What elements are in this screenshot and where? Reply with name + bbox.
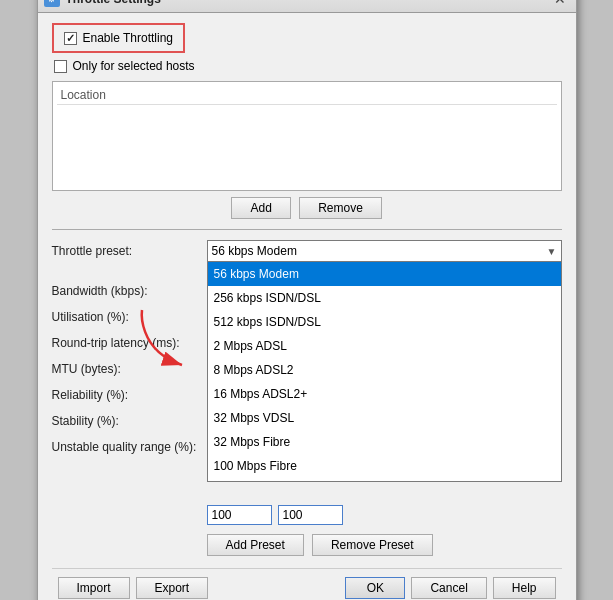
add-preset-button[interactable]: Add Preset xyxy=(207,534,304,556)
divider xyxy=(52,229,562,230)
dropdown-item-3[interactable]: 2 Mbps ADSL xyxy=(208,334,561,358)
only-selected-row: Only for selected hosts xyxy=(54,59,562,73)
location-column-header: Location xyxy=(57,86,557,105)
ok-cancel-help-buttons: OK Cancel Help xyxy=(345,577,555,599)
panel-buttons: Add Remove xyxy=(52,197,562,219)
bandwidth-label: Bandwidth (kbps): xyxy=(52,280,199,302)
throttle-preset-label: Throttle preset: xyxy=(52,240,199,262)
close-button[interactable]: ✕ xyxy=(550,0,570,9)
location-panel: Location xyxy=(52,81,562,191)
remove-button[interactable]: Remove xyxy=(299,197,382,219)
dropdown-item-2[interactable]: 512 kbps ISDN/DSL xyxy=(208,310,561,334)
window-title: Throttle Settings xyxy=(66,0,161,6)
throttle-settings-window: ⚙ Throttle Settings ✕ Enable Throttling … xyxy=(37,0,577,600)
reliability-label: Reliability (%): xyxy=(52,384,199,406)
enable-throttling-box: Enable Throttling xyxy=(52,23,186,53)
ok-button[interactable]: OK xyxy=(345,577,405,599)
preset-row: 56 kbps Modem ▼ 56 kbps Modem 256 kbps I… xyxy=(207,240,562,262)
right-controls: 56 kbps Modem ▼ 56 kbps Modem 256 kbps I… xyxy=(207,240,562,556)
preset-select[interactable]: 56 kbps Modem ▼ xyxy=(207,240,562,262)
only-selected-text: Only for selected hosts xyxy=(73,59,195,73)
dropdown-item-7[interactable]: 32 Mbps Fibre xyxy=(208,430,561,454)
preset-selected-value: 56 kbps Modem xyxy=(212,244,297,258)
remove-preset-button[interactable]: Remove Preset xyxy=(312,534,433,556)
unstable-range-input-1[interactable] xyxy=(207,505,272,525)
only-selected-checkbox[interactable] xyxy=(54,60,67,73)
dropdown-item-4[interactable]: 8 Mbps ADSL2 xyxy=(208,358,561,382)
unstable-range-row xyxy=(207,504,562,526)
dropdown-item-9[interactable]: 3G xyxy=(208,478,561,482)
bottom-buttons: Import Export OK Cancel Help xyxy=(52,568,562,600)
title-bar: ⚙ Throttle Settings ✕ xyxy=(38,0,576,13)
enable-throttling-text: Enable Throttling xyxy=(83,31,174,45)
enable-throttling-checkbox[interactable] xyxy=(64,32,77,45)
import-export-buttons: Import Export xyxy=(58,577,209,599)
dropdown-item-6[interactable]: 32 Mbps VDSL xyxy=(208,406,561,430)
unstable-label: Unstable quality range (%): xyxy=(52,436,199,458)
help-button[interactable]: Help xyxy=(493,577,556,599)
title-bar-left: ⚙ Throttle Settings xyxy=(44,0,161,7)
dropdown-item-1[interactable]: 256 kbps ISDN/DSL xyxy=(208,286,561,310)
preset-select-wrapper: 56 kbps Modem ▼ 56 kbps Modem 256 kbps I… xyxy=(207,240,562,262)
utilisation-label: Utilisation (%): xyxy=(52,306,199,328)
enable-throttling-label[interactable]: Enable Throttling xyxy=(64,31,174,45)
window-content: Enable Throttling Only for selected host… xyxy=(38,13,576,600)
dropdown-item-8[interactable]: 100 Mbps Fibre xyxy=(208,454,561,478)
only-selected-label[interactable]: Only for selected hosts xyxy=(54,59,195,73)
import-button[interactable]: Import xyxy=(58,577,130,599)
add-button[interactable]: Add xyxy=(231,197,291,219)
stability-label: Stability (%): xyxy=(52,410,199,432)
preset-action-buttons: Add Preset Remove Preset xyxy=(207,534,562,556)
unstable-range-input-2[interactable] xyxy=(278,505,343,525)
roundtrip-label: Round-trip latency (ms): xyxy=(52,332,199,354)
dropdown-item-0[interactable]: 56 kbps Modem xyxy=(208,262,561,286)
export-button[interactable]: Export xyxy=(136,577,209,599)
mtu-label: MTU (bytes): xyxy=(52,358,199,380)
dropdown-caret: ▼ xyxy=(547,246,557,257)
preset-dropdown: 56 kbps Modem 256 kbps ISDN/DSL 512 kbps… xyxy=(207,262,562,482)
cancel-button[interactable]: Cancel xyxy=(411,577,486,599)
dropdown-item-5[interactable]: 16 Mbps ADSL2+ xyxy=(208,382,561,406)
field-labels: Throttle preset: Bandwidth (kbps): Utili… xyxy=(52,240,207,556)
window-icon: ⚙ xyxy=(44,0,60,7)
bottom-section: Throttle preset: Bandwidth (kbps): Utili… xyxy=(52,240,562,556)
